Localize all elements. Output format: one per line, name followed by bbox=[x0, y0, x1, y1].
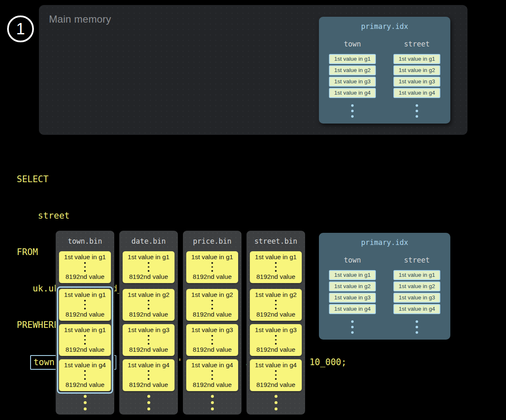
idx-column-header: street bbox=[404, 40, 429, 48]
granule-first-value: 1st value in g2 bbox=[191, 291, 233, 299]
granule-block: 1st value in g1 8192nd value bbox=[186, 251, 238, 283]
idx-cell: 1st value in g2 bbox=[329, 281, 376, 291]
granule-first-value: 1st value in g2 bbox=[255, 291, 297, 299]
ellipsis-dots bbox=[148, 370, 149, 380]
ellipsis-dots bbox=[56, 395, 114, 410]
granule-last-value: 8192nd value bbox=[129, 346, 168, 353]
granule-block: 1st value in g4 8192nd value bbox=[250, 359, 302, 391]
ellipsis-dots bbox=[148, 300, 149, 309]
ellipsis-dots bbox=[84, 262, 86, 272]
idx-cell: 1st value in g1 bbox=[393, 270, 440, 280]
ellipsis-dots bbox=[351, 104, 354, 118]
granule-block: 1st value in g1 8192nd value bbox=[123, 251, 175, 283]
granule-first-value: 1st value in g1 bbox=[191, 253, 233, 261]
granule-block: 1st value in g4 8192nd value bbox=[123, 359, 175, 391]
granule-last-value: 8192nd value bbox=[65, 346, 104, 353]
idx-cell: 1st value in g2 bbox=[329, 65, 376, 75]
granule-block: 1st value in g4 8192nd value bbox=[59, 359, 111, 391]
ellipsis-dots bbox=[247, 395, 305, 410]
ellipsis-dots bbox=[275, 335, 277, 345]
granule-first-value: 1st value in g1 bbox=[128, 253, 170, 261]
primary-idx-columns: town 1st value in g1 1st value in g2 1st… bbox=[329, 40, 440, 118]
idx-cell: 1st value in g1 bbox=[329, 270, 376, 280]
ellipsis-dots bbox=[275, 262, 277, 272]
idx-column-header: town bbox=[344, 256, 361, 264]
ellipsis-dots bbox=[84, 335, 86, 345]
step-number: 1 bbox=[16, 20, 25, 38]
idx-cell: 1st value in g1 bbox=[393, 54, 440, 64]
granule-block: 1st value in g1 8192nd value bbox=[59, 289, 111, 321]
granule-last-value: 8192nd value bbox=[256, 381, 295, 389]
granule-block: 1st value in g3 8192nd value bbox=[123, 324, 175, 356]
idx-column-town: town 1st value in g1 1st value in g2 1st… bbox=[329, 40, 376, 118]
idx-cell: 1st value in g2 bbox=[393, 281, 440, 291]
ellipsis-dots bbox=[351, 320, 354, 334]
granule-first-value: 1st value in g4 bbox=[191, 361, 233, 369]
granule-last-value: 8192nd value bbox=[256, 273, 295, 281]
granule-first-value: 1st value in g4 bbox=[64, 361, 106, 369]
ellipsis-dots bbox=[211, 300, 213, 309]
idx-cell: 1st value in g4 bbox=[393, 88, 440, 98]
granule-last-value: 8192nd value bbox=[129, 273, 168, 281]
idx-cell: 1st value in g3 bbox=[393, 293, 440, 303]
granule-first-value: 1st value in g2 bbox=[128, 291, 170, 299]
primary-idx-title: primary.idx bbox=[361, 238, 408, 247]
sql-line: SELECT bbox=[17, 173, 347, 186]
granule-last-value: 8192nd value bbox=[65, 273, 104, 281]
granule-block: 1st value in g2 8192nd value bbox=[250, 289, 302, 321]
idx-column-header: town bbox=[344, 40, 361, 48]
ellipsis-dots bbox=[275, 300, 277, 309]
ellipsis-dots bbox=[211, 262, 213, 272]
sql-line: street bbox=[17, 210, 347, 222]
granule-last-value: 8192nd value bbox=[193, 311, 231, 318]
granule-last-value: 8192nd value bbox=[193, 346, 231, 353]
granule-block: 1st value in g3 8192nd value bbox=[250, 324, 302, 356]
granule-last-value: 8192nd value bbox=[65, 381, 104, 389]
granule-first-value: 1st value in g1 bbox=[64, 326, 106, 334]
bin-title: date.bin bbox=[119, 237, 178, 245]
ellipsis-dots bbox=[211, 335, 213, 345]
primary-idx-panel-memory: primary.idx town 1st value in g1 1st val… bbox=[319, 17, 450, 124]
granule-first-value: 1st value in g3 bbox=[255, 326, 297, 334]
granule-last-value: 8192nd value bbox=[193, 273, 231, 281]
granule-first-value: 1st value in g4 bbox=[255, 361, 297, 369]
granule-last-value: 8192nd value bbox=[256, 311, 295, 318]
granule-block: 1st value in g4 8192nd value bbox=[186, 359, 238, 391]
step-number-badge: 1 bbox=[7, 15, 34, 42]
granule-block: 1st value in g1 8192nd value bbox=[59, 251, 111, 283]
idx-cell: 1st value in g3 bbox=[393, 77, 440, 87]
granule-last-value: 8192nd value bbox=[256, 346, 295, 353]
bin-title: street.bin bbox=[247, 237, 305, 245]
granule-last-value: 8192nd value bbox=[129, 381, 168, 389]
primary-idx-panel-disk: primary.idx town 1st value in g1 1st val… bbox=[319, 233, 450, 340]
granule-block: 1st value in g2 8192nd value bbox=[123, 289, 175, 321]
ellipsis-dots bbox=[183, 395, 241, 410]
ellipsis-dots bbox=[148, 262, 149, 272]
granule-first-value: 1st value in g4 bbox=[128, 361, 170, 369]
granule-first-value: 1st value in g1 bbox=[64, 253, 106, 261]
granule-last-value: 8192nd value bbox=[193, 381, 231, 389]
granule-first-value: 1st value in g1 bbox=[64, 291, 106, 299]
granule-first-value: 1st value in g1 bbox=[255, 253, 297, 261]
bin-title: town.bin bbox=[56, 237, 114, 245]
bin-column-town: town.bin 1st value in g1 8192nd value 1s… bbox=[56, 231, 114, 415]
diagram-canvas: 1 Main memory primary.idx town 1st value… bbox=[0, 0, 506, 420]
idx-cell: 1st value in g4 bbox=[393, 304, 440, 314]
idx-column-street: street 1st value in g1 1st value in g2 1… bbox=[393, 40, 440, 118]
granule-block: 1st value in g2 8192nd value bbox=[186, 289, 238, 321]
idx-column-town: town 1st value in g1 1st value in g2 1st… bbox=[329, 256, 376, 334]
granule-first-value: 1st value in g3 bbox=[191, 326, 233, 334]
primary-idx-title: primary.idx bbox=[361, 22, 408, 31]
ellipsis-dots bbox=[211, 370, 213, 380]
bin-column-street: street.bin 1st value in g1 8192nd value … bbox=[247, 231, 305, 415]
ellipsis-dots bbox=[84, 300, 86, 309]
idx-cell: 1st value in g3 bbox=[329, 77, 376, 87]
idx-cell: 1st value in g2 bbox=[393, 65, 440, 75]
granule-block: 1st value in g1 8192nd value bbox=[250, 251, 302, 283]
bin-column-price: price.bin 1st value in g1 8192nd value 1… bbox=[183, 231, 241, 415]
idx-cell: 1st value in g1 bbox=[329, 54, 376, 64]
granule-block: 1st value in g3 8192nd value bbox=[186, 324, 238, 356]
primary-idx-columns: town 1st value in g1 1st value in g2 1st… bbox=[329, 256, 440, 334]
granule-last-value: 8192nd value bbox=[65, 311, 104, 318]
bin-column-date: date.bin 1st value in g1 8192nd value 1s… bbox=[119, 231, 178, 415]
